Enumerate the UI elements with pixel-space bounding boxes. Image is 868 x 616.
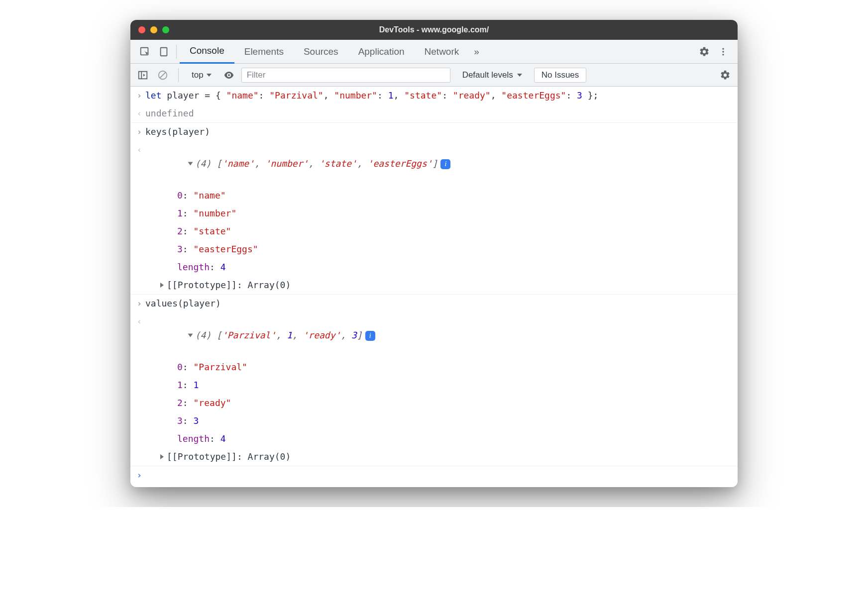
expand-toggle-icon[interactable] [188,162,193,166]
item-index: 3 [177,244,183,254]
item-value: "ready" [194,398,231,408]
log-levels-selector[interactable]: Default levels [455,70,529,80]
minimize-button[interactable] [150,26,157,33]
length-value: 4 [220,433,226,444]
code-line: keys(player) [145,125,732,139]
console-output-row: (4) ['name', 'number', 'state', 'easterE… [130,141,738,187]
item-value: "number" [194,208,237,218]
array-item-row: 0: "Parzival" [130,358,738,376]
array-item-row: 3: 3 [130,412,738,430]
input-chevron-icon [133,89,145,103]
expand-toggle-icon[interactable] [188,334,193,337]
item-index: 0 [177,362,183,372]
console-output-row: (4) ['Parzival', 1, 'ready', 3]i [130,312,738,358]
length-value: 4 [220,262,226,272]
more-tabs[interactable]: » [469,40,484,64]
array-item-row: 3: "easterEggs" [130,240,738,258]
summary-text: (4) ['name', 'number', 'state', 'easterE… [195,158,438,169]
tab-console[interactable]: Console [180,40,234,64]
console-input-row[interactable]: let player = { "name": "Parzival", "numb… [130,87,738,104]
prototype-row[interactable]: [[Prototype]]: Array(0) [130,276,738,295]
length-key: length [177,433,210,444]
context-selector[interactable]: top [187,68,217,83]
filter-input[interactable]: Filter [241,68,450,83]
summary-text: (4) ['Parzival', 1, 'ready', 3] [195,330,362,340]
item-index: 2 [177,398,183,408]
expand-toggle-icon[interactable] [160,283,164,288]
output-chevron-icon [133,143,145,157]
array-item-row: 1: "number" [130,205,738,222]
output-chevron-icon [133,314,145,328]
length-key: length [177,262,210,272]
info-icon[interactable]: i [365,331,375,341]
prototype-row[interactable]: [[Prototype]]: Array(0) [130,448,738,466]
tab-sources[interactable]: Sources [294,40,348,64]
zoom-button[interactable] [162,26,169,33]
array-length-row: length: 4 [130,430,738,448]
traffic-lights [138,26,169,33]
devtools-window: DevTools - www.google.com/ Console Eleme… [130,20,738,487]
sidebar-toggle-icon[interactable] [135,68,150,83]
console-input-row[interactable]: keys(player) [130,123,738,141]
array-item-row: 2: "ready" [130,394,738,412]
close-button[interactable] [138,26,145,33]
svg-rect-5 [139,71,147,79]
prompt-chevron-icon [133,468,145,482]
device-toggle-icon[interactable] [154,40,173,64]
item-index: 1 [177,380,183,390]
window-titlebar: DevTools - www.google.com/ [130,20,738,40]
live-expression-icon[interactable] [221,68,236,83]
svg-point-2 [722,48,724,49]
array-item-row: 2: "state" [130,222,738,240]
filter-placeholder: Filter [247,70,266,80]
console-prompt[interactable] [130,466,738,487]
item-index: 1 [177,208,183,218]
prototype-key: [[Prototype]] [167,451,237,462]
input-chevron-icon [133,297,145,310]
gear-icon[interactable] [695,40,714,64]
svg-rect-1 [161,47,167,56]
window-title: DevTools - www.google.com/ [130,25,738,34]
svg-line-8 [160,72,166,78]
issues-button[interactable]: No Issues [534,68,587,83]
clear-console-icon[interactable] [155,68,170,83]
item-index: 0 [177,190,183,201]
array-item-row: 1: 1 [130,376,738,394]
array-summary[interactable]: (4) ['Parzival', 1, 'ready', 3]i [145,314,732,356]
inspect-icon[interactable] [135,40,154,64]
console-output: let player = { "name": "Parzival", "numb… [130,87,738,487]
caret-down-icon [207,74,212,77]
code-line: let player = { "name": "Parzival", "numb… [145,89,732,103]
array-item-row: 0: "name" [130,187,738,205]
item-value: "state" [194,226,231,236]
console-toolbar: top Filter Default levels No Issues [130,64,738,87]
tab-application[interactable]: Application [348,40,415,64]
panel-tabs: Console Elements Sources Application Net… [130,40,738,64]
item-value: "name" [194,190,226,201]
prototype-value: Array(0) [248,280,291,290]
item-value: 1 [194,380,199,390]
item-index: 3 [177,415,183,426]
array-summary[interactable]: (4) ['name', 'number', 'state', 'easterE… [145,143,732,185]
svg-point-9 [228,74,230,76]
item-value: "Parzival" [194,362,247,372]
tab-network[interactable]: Network [415,40,469,64]
console-input-row[interactable]: values(player) [130,295,738,312]
context-label: top [192,70,204,80]
caret-down-icon [517,74,522,77]
tab-elements[interactable]: Elements [234,40,294,64]
toolbar-divider [178,68,179,82]
tab-divider [176,45,177,59]
item-value: "easterEggs" [194,244,258,254]
expand-toggle-icon[interactable] [160,454,164,459]
svg-point-4 [722,54,724,55]
array-length-row: length: 4 [130,258,738,276]
result-undefined: undefined [145,106,732,120]
kebab-menu-icon[interactable] [714,40,733,64]
output-chevron-icon [133,106,145,120]
console-settings-gear-icon[interactable] [718,68,733,83]
info-icon[interactable]: i [440,159,450,169]
item-value: 3 [194,415,199,426]
svg-point-3 [722,51,724,52]
item-index: 2 [177,226,183,236]
